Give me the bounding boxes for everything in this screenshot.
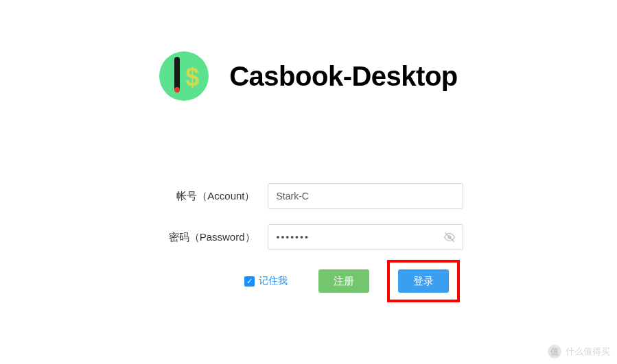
login-button[interactable]: 登录 (398, 269, 449, 293)
login-form: 帐号（Account） 密码（Password） ✓ 记住我 注册 登录 (0, 183, 617, 293)
svg-line-1 (445, 232, 454, 241)
logo-bar-icon (174, 57, 180, 91)
app-title: Casbook-Desktop (229, 61, 458, 92)
account-input[interactable] (268, 183, 463, 209)
remember-checkbox[interactable]: ✓ (244, 276, 255, 287)
watermark: 值 什么值得买 (548, 345, 610, 359)
app-logo: $ (159, 51, 209, 101)
account-row: 帐号（Account） (154, 183, 463, 209)
dollar-icon: $ (185, 63, 199, 92)
password-label: 密码（Password） (154, 231, 268, 244)
check-icon: ✓ (246, 277, 253, 286)
actions-row: ✓ 记住我 注册 登录 (244, 269, 449, 293)
eye-off-icon[interactable] (444, 232, 455, 243)
account-label: 帐号（Account） (154, 190, 268, 203)
watermark-text: 什么值得买 (566, 345, 610, 358)
remember-label: 记住我 (259, 275, 288, 287)
app-header: $ Casbook-Desktop (0, 0, 617, 101)
watermark-badge-icon: 值 (548, 345, 561, 359)
password-row: 密码（Password） (154, 224, 463, 250)
remember-me[interactable]: ✓ 记住我 (244, 275, 288, 287)
password-input[interactable] (268, 224, 463, 250)
register-button[interactable]: 注册 (318, 269, 369, 293)
